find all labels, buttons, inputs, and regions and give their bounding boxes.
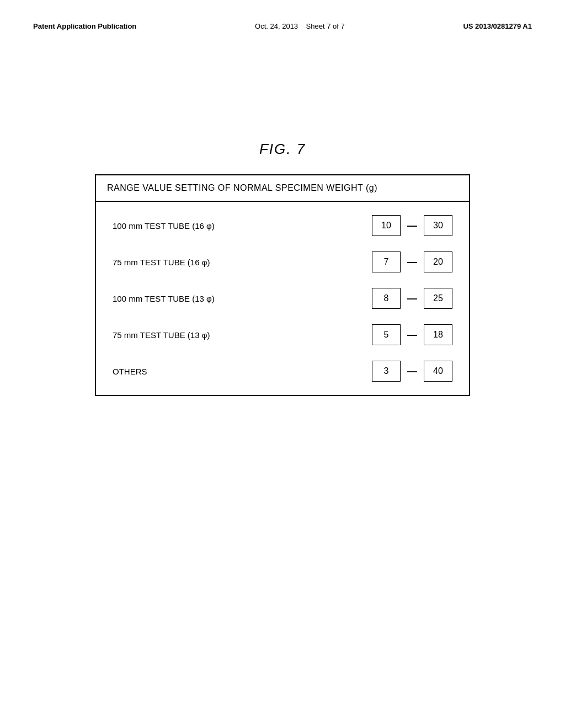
dash-3: — bbox=[407, 293, 417, 304]
row-label-2: 75 mm TEST TUBE (16 φ) bbox=[113, 258, 278, 267]
header-right-label: US 2013/0281279 A1 bbox=[463, 22, 532, 30]
min-value-5: 3 bbox=[372, 361, 401, 382]
header-left-label: Patent Application Publication bbox=[33, 22, 136, 30]
min-value-1: 10 bbox=[372, 215, 401, 236]
dash-1: — bbox=[407, 220, 417, 232]
max-value-4: 18 bbox=[424, 324, 452, 345]
max-value-1: 30 bbox=[424, 215, 452, 236]
page: Patent Application Publication Oct. 24, … bbox=[0, 0, 565, 728]
page-header: Patent Application Publication Oct. 24, … bbox=[33, 22, 532, 30]
specimen-weight-table: RANGE VALUE SETTING OF NORMAL SPECIMEN W… bbox=[95, 174, 470, 396]
table-row: 100 mm TEST TUBE (13 φ) 8 — 25 bbox=[107, 280, 458, 317]
table-heading: RANGE VALUE SETTING OF NORMAL SPECIMEN W… bbox=[96, 175, 469, 202]
row-values-5: 3 — 40 bbox=[372, 361, 452, 382]
min-value-4: 5 bbox=[372, 324, 401, 345]
table-row: OTHERS 3 — 40 bbox=[107, 353, 458, 389]
table-row: 75 mm TEST TUBE (16 φ) 7 — 20 bbox=[107, 244, 458, 280]
figure-area: FIG. 7 RANGE VALUE SETTING OF NORMAL SPE… bbox=[33, 141, 532, 396]
min-value-2: 7 bbox=[372, 251, 401, 272]
max-value-5: 40 bbox=[424, 361, 452, 382]
row-label-1: 100 mm TEST TUBE (16 φ) bbox=[113, 221, 278, 231]
row-values-3: 8 — 25 bbox=[372, 288, 452, 309]
header-sheet: Sheet 7 of 7 bbox=[306, 22, 345, 30]
dash-4: — bbox=[407, 329, 417, 341]
row-label-3: 100 mm TEST TUBE (13 φ) bbox=[113, 294, 278, 303]
max-value-2: 20 bbox=[424, 251, 452, 272]
row-values-2: 7 — 20 bbox=[372, 251, 452, 272]
row-values-1: 10 — 30 bbox=[372, 215, 452, 236]
table-row: 100 mm TEST TUBE (16 φ) 10 — 30 bbox=[107, 207, 458, 244]
table-row: 75 mm TEST TUBE (13 φ) 5 — 18 bbox=[107, 317, 458, 353]
dash-2: — bbox=[407, 256, 417, 268]
header-date: Oct. 24, 2013 bbox=[255, 22, 298, 30]
figure-title: FIG. 7 bbox=[259, 141, 306, 158]
row-label-5: OTHERS bbox=[113, 367, 278, 376]
dash-5: — bbox=[407, 366, 417, 377]
row-values-4: 5 — 18 bbox=[372, 324, 452, 345]
min-value-3: 8 bbox=[372, 288, 401, 309]
header-center-label: Oct. 24, 2013 Sheet 7 of 7 bbox=[255, 22, 345, 30]
table-body: 100 mm TEST TUBE (16 φ) 10 — 30 75 mm TE… bbox=[96, 202, 469, 395]
max-value-3: 25 bbox=[424, 288, 452, 309]
row-label-4: 75 mm TEST TUBE (13 φ) bbox=[113, 330, 278, 340]
